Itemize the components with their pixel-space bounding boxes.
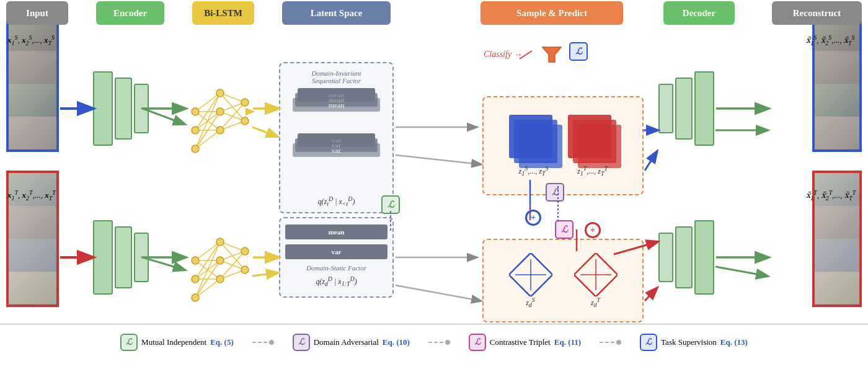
- svg-line-76: [252, 127, 277, 136]
- legend-dashes-1: [252, 340, 274, 345]
- svg-point-33: [192, 145, 199, 153]
- svg-line-77: [252, 273, 277, 276]
- legend-domain-eq: Eq. (10): [383, 337, 410, 347]
- svg-point-39: [241, 117, 249, 125]
- svg-line-75: [143, 257, 184, 270]
- legend-domain-text: Domain Adversarial: [314, 337, 379, 347]
- domain-static-label: Domain-Static Factor: [285, 264, 388, 272]
- lstm-bot: [186, 211, 254, 310]
- svg-point-58: [192, 275, 199, 283]
- contrastive-l: ℒ: [555, 220, 574, 239]
- header-encoder-label: Encoder: [113, 8, 147, 19]
- legend-task-eq: Eq. (13): [720, 337, 748, 347]
- mutual-independent-l: ℒ: [381, 195, 400, 214]
- legend-contrastive-icon: ℒ: [469, 334, 486, 351]
- math-x-top: x1S, x2S,..., xTS: [7, 34, 55, 47]
- legend-mutual-icon: ℒ: [120, 334, 138, 351]
- header-reconstruct: Reconstruct: [772, 1, 862, 25]
- header-sample: Sample & Predict: [480, 1, 623, 25]
- svg-point-57: [192, 294, 199, 301]
- connector-svg: [0, 0, 868, 360]
- classify-label: Classify →: [484, 50, 523, 60]
- var-static: var: [285, 244, 388, 259]
- svg-line-74: [143, 109, 184, 124]
- encoder-bot: [93, 220, 149, 295]
- legend-dashes-2: [428, 340, 450, 345]
- task-supervision-l: ℒ: [569, 42, 588, 61]
- svg-line-80: [645, 152, 657, 171]
- svg-marker-71: [542, 47, 561, 62]
- legend-task: ℒ Task Supervision Eq. (13): [640, 334, 748, 351]
- svg-point-61: [216, 257, 224, 264]
- decoder-top: [658, 71, 714, 146]
- z-red-stack: z1T,..., zTT: [568, 115, 618, 177]
- plus-circle-red: +: [585, 222, 601, 238]
- latent-static: mean var Domain-Static Factor q(zdD | x1…: [279, 217, 394, 298]
- legend-mutual-text: Mutual Independent: [141, 337, 206, 347]
- legend-contrastive: ℒ Contrastive Triplet Eq. (11): [469, 334, 581, 351]
- math-xhat-top: x̃1S, x̃2S,..., x̃TS: [806, 34, 855, 47]
- z-blue-stack: z1S,..., zTS: [509, 115, 559, 177]
- svg-point-34: [192, 127, 199, 134]
- legend-domain: ℒ Domain Adversarial Eq. (10): [293, 334, 410, 351]
- var-box-3: var: [293, 143, 380, 157]
- legend-dashes-3: [600, 340, 621, 345]
- legend-task-text: Task Supervision: [661, 337, 717, 347]
- lstm-top: [186, 62, 254, 161]
- svg-line-83: [715, 267, 767, 276]
- legend-bar: ℒ Mutual Independent Eq. (5) ℒ Domain Ad…: [0, 324, 868, 360]
- legend-mutual: ℒ Mutual Independent Eq. (5): [120, 334, 234, 351]
- mean-static: mean: [285, 225, 388, 239]
- legend-mutual-eq: Eq. (5): [210, 337, 234, 347]
- svg-line-79: [396, 285, 480, 301]
- svg-line-81: [645, 288, 657, 301]
- main-diagram: Input Encoder Bi-LSTM Latent Space Sampl…: [0, 0, 868, 360]
- decoder-bot: [658, 220, 714, 295]
- mean-box-3: mean: [293, 98, 380, 112]
- header-decoder: Decoder: [663, 1, 735, 25]
- svg-point-59: [192, 257, 199, 264]
- svg-line-78: [396, 155, 480, 164]
- svg-point-60: [216, 275, 224, 283]
- plus-circle-blue: +: [525, 210, 541, 226]
- math-x-bot: x1T, x2T,..., xTT: [7, 189, 56, 202]
- header-encoder: Encoder: [96, 1, 164, 25]
- z-blue-diamond: zdS: [506, 253, 556, 309]
- encoder-top: [93, 71, 149, 146]
- svg-point-62: [216, 238, 224, 246]
- svg-point-38: [216, 89, 224, 97]
- svg-point-40: [241, 99, 249, 106]
- header-sample-label: Sample & Predict: [516, 8, 587, 19]
- header-decoder-label: Decoder: [683, 8, 715, 19]
- q-static-formula: q(zdD | x1:TD): [285, 275, 388, 287]
- domain-adversarial-l: ℒ: [546, 183, 564, 202]
- svg-point-36: [216, 127, 224, 134]
- header-input: Input: [6, 1, 68, 25]
- latent-sequential: Domain-InvariantSequential Factor mean m…: [279, 62, 394, 213]
- sample-static-region: zdS zdT: [482, 239, 644, 322]
- svg-point-64: [241, 247, 249, 255]
- header-latent: Latent Space: [282, 1, 391, 25]
- legend-task-icon: ℒ: [640, 334, 657, 351]
- q-seq-formula: q(ztD | x<tD): [285, 195, 388, 207]
- legend-contrastive-text: Contrastive Triplet: [490, 337, 551, 347]
- header-bilstm-label: Bi-LSTM: [204, 8, 242, 19]
- header-reconstruct-label: Reconstruct: [793, 8, 841, 19]
- domain-invariant-label: Domain-InvariantSequential Factor: [285, 69, 388, 84]
- z-red-diamond: zdT: [571, 253, 621, 309]
- header-latent-label: Latent Space: [311, 8, 363, 19]
- svg-point-35: [192, 108, 199, 115]
- header-bilstm: Bi-LSTM: [192, 1, 254, 25]
- legend-contrastive-eq: Eq. (11): [554, 337, 581, 347]
- sample-sequential-region: z1S,..., zTS z1T,..., zTT: [482, 96, 644, 195]
- svg-point-63: [241, 266, 249, 274]
- math-xhat-bot: x̃1T, x̃2T,..., x̃TT: [806, 189, 856, 202]
- header-input-label: Input: [26, 8, 48, 19]
- classify-icon: [539, 42, 564, 69]
- svg-point-37: [216, 108, 224, 115]
- legend-domain-icon: ℒ: [293, 334, 310, 351]
